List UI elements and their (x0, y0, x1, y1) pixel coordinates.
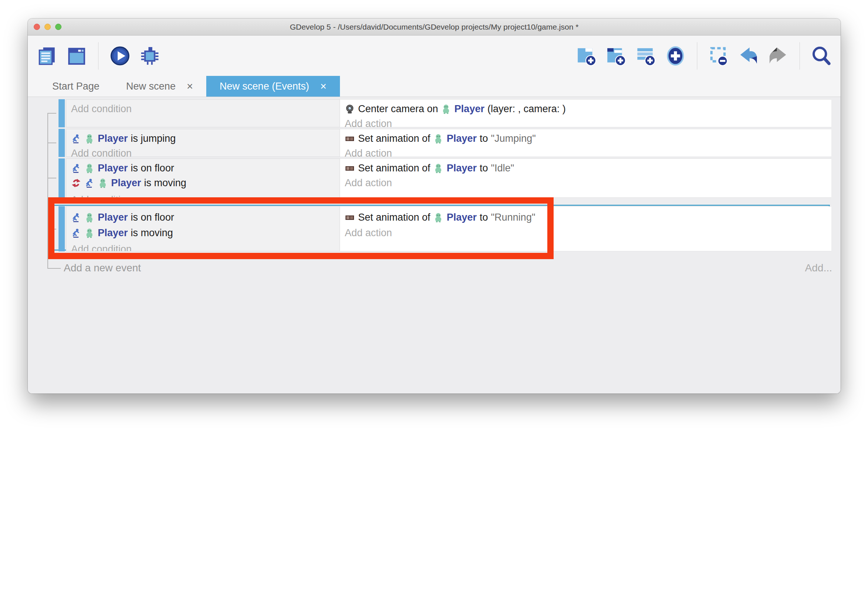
condition-is-jumping[interactable]: Player is jumping (66, 131, 340, 146)
player-object-icon (85, 212, 94, 223)
minimize-window-button[interactable] (44, 24, 51, 30)
add-subevent-icon[interactable] (606, 46, 627, 66)
tab-new-scene[interactable]: New scene × (113, 76, 207, 97)
search-icon[interactable] (811, 46, 832, 66)
zoom-window-button[interactable] (55, 24, 61, 30)
player-object-icon (433, 212, 443, 223)
action-center-camera[interactable]: Center camera on Player (layer: , camera… (340, 101, 831, 116)
project-manager-icon[interactable] (37, 46, 57, 66)
add-condition-button[interactable]: Add condition (66, 101, 340, 116)
toolbar-separator (697, 42, 697, 69)
event-handle[interactable] (58, 206, 65, 251)
tree-tick (47, 268, 61, 269)
conditions-cell[interactable]: Player is jumping Add condition (66, 129, 340, 157)
tab-bar: Start Page New scene × New scene (Events… (28, 76, 841, 97)
actions-cell[interactable]: Center camera on Player (layer: , camera… (340, 99, 831, 127)
tree-tick (47, 113, 56, 114)
add-comment-icon[interactable] (635, 46, 656, 66)
add-action-button[interactable]: Add action (340, 116, 831, 127)
close-tab-icon[interactable]: × (320, 81, 327, 92)
close-window-button[interactable] (34, 24, 40, 30)
event-row[interactable]: Add condition Center camera on Player (l… (58, 99, 831, 127)
toolbar-separator (799, 42, 800, 69)
event-row-selected[interactable]: Player is on floor Player is moving Add … (58, 206, 831, 251)
tab-label: New scene (126, 81, 176, 92)
player-object-icon (85, 163, 94, 173)
toolbar (28, 36, 841, 76)
tree-tick (47, 229, 56, 229)
tab-start-page[interactable]: Start Page (39, 76, 113, 97)
remove-selection-icon[interactable] (708, 46, 729, 66)
close-tab-icon[interactable]: × (187, 81, 193, 92)
actions-cell[interactable]: Set animation of Player to "Idle" Add ac… (340, 159, 831, 198)
player-object-icon (441, 104, 451, 114)
platformer-behavior-icon (71, 228, 81, 238)
preview-icon[interactable] (110, 46, 131, 66)
add-action-button[interactable]: Add action (340, 176, 831, 190)
event-handle[interactable] (58, 129, 65, 157)
tab-label: New scene (Events) (220, 81, 309, 92)
invert-condition-icon (71, 178, 81, 188)
redo-icon[interactable] (767, 46, 788, 66)
event-row[interactable]: Player is on floor Player is moving Add … (58, 159, 831, 198)
add-condition-button[interactable]: Add condition (66, 193, 340, 198)
add-more-icon[interactable] (665, 46, 686, 66)
add-action-button[interactable]: Add action (340, 225, 831, 240)
events-sheet: Add condition Center camera on Player (l… (28, 97, 841, 393)
traffic-lights (34, 19, 61, 35)
event-handle[interactable] (58, 99, 65, 127)
action-set-animation[interactable]: Set animation of Player to "Running" (340, 210, 831, 225)
platformer-behavior-icon (71, 134, 81, 144)
add-new-event-button[interactable]: Add a new event (64, 262, 141, 274)
animation-icon (345, 212, 355, 223)
player-object-icon (433, 134, 443, 144)
player-object-icon (433, 163, 443, 173)
tree-tick (47, 143, 56, 143)
conditions-cell[interactable]: Player is on floor Player is moving Add … (66, 206, 340, 251)
condition-is-on-floor[interactable]: Player is on floor (66, 210, 340, 225)
camera-icon (345, 104, 355, 114)
event-row[interactable]: Player is jumping Add condition Set anim… (58, 129, 831, 157)
undo-icon[interactable] (738, 46, 759, 66)
actions-cell[interactable]: Set animation of Player to "Jumping" Add… (340, 129, 831, 157)
player-object-icon (98, 178, 108, 188)
gdevelop-window: GDevelop 5 - /Users/david/Documents/GDev… (28, 19, 841, 393)
add-event-icon[interactable] (576, 46, 597, 66)
add-more-button[interactable]: Add... (805, 262, 832, 274)
condition-is-on-floor[interactable]: Player is on floor (66, 161, 340, 176)
action-set-animation[interactable]: Set animation of Player to "Idle" (340, 161, 831, 176)
platformer-behavior-icon (71, 163, 81, 173)
actions-cell[interactable]: Set animation of Player to "Running" Add… (340, 206, 831, 251)
add-action-button[interactable]: Add action (340, 146, 831, 157)
player-object-icon (85, 228, 94, 238)
tree-guideline (47, 113, 48, 269)
platformer-behavior-icon (71, 212, 81, 223)
tab-new-scene-events[interactable]: New scene (Events) × (206, 76, 340, 97)
add-condition-button[interactable]: Add condition (66, 146, 340, 157)
event-handle[interactable] (58, 159, 65, 198)
toolbar-separator (98, 42, 99, 69)
action-set-animation[interactable]: Set animation of Player to "Jumping" (340, 131, 831, 146)
animation-icon (345, 163, 355, 173)
player-object-icon (85, 134, 94, 144)
condition-is-moving[interactable]: Player is moving (66, 225, 340, 240)
tab-label: Start Page (52, 81, 100, 92)
conditions-cell[interactable]: Add condition (66, 99, 340, 127)
title-bar: GDevelop 5 - /Users/david/Documents/GDev… (28, 19, 841, 36)
debug-icon[interactable] (139, 46, 160, 66)
window-title: GDevelop 5 - /Users/david/Documents/GDev… (290, 23, 579, 31)
condition-is-moving-inverted[interactable]: Player is moving (66, 176, 340, 190)
add-condition-button[interactable]: Add condition (66, 242, 340, 251)
tree-tick (47, 178, 56, 178)
platformer-behavior-icon (85, 178, 94, 188)
animation-icon (345, 134, 355, 144)
scene-editor-icon[interactable] (66, 46, 87, 66)
conditions-cell[interactable]: Player is on floor Player is moving Add … (66, 159, 340, 198)
